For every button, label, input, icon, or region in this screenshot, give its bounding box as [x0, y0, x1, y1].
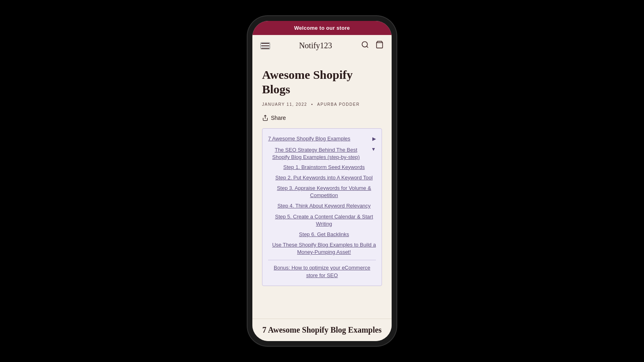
phone-frame: Welcome to our store Notify123: [248, 16, 396, 346]
toc-item-1: 7 Awesome Shopify Blog Examples ▶: [268, 135, 376, 142]
toc-sub-item-7: Use These Shopify Blog Examples to Build…: [272, 241, 376, 256]
toc-sub-item-2: Step 2. Put Keywords into A Keyword Tool: [272, 174, 376, 181]
toc-sub-items: Step 1. Brainstorm Seed Keywords Step 2.…: [268, 164, 376, 256]
blog-meta: JANUARY 11, 2022 • APURBA PODDER: [262, 102, 382, 107]
toc-sub-link-3[interactable]: Step 3. Appraise Keywords for Volume & C…: [272, 185, 376, 199]
share-button[interactable]: Share: [262, 115, 286, 121]
share-label: Share: [271, 115, 286, 121]
phone-screen: Welcome to our store Notify123: [252, 21, 392, 341]
cart-icon: [376, 41, 384, 49]
nav-icons-right: [361, 41, 384, 51]
announcement-text: Welcome to our store: [294, 25, 350, 31]
toc-link-1[interactable]: 7 Awesome Shopify Blog Examples: [268, 135, 350, 142]
site-title: Notify123: [299, 41, 332, 50]
hamburger-line-3: [261, 48, 269, 49]
toc-sub-link-7[interactable]: Use These Shopify Blog Examples to Build…: [272, 241, 376, 256]
toc-sub-item-3: Step 3. Appraise Keywords for Volume & C…: [272, 185, 376, 199]
toc-sub-item-6: Step 6. Get Backlinks: [272, 231, 376, 238]
toc-sub-link-6[interactable]: Step 6. Get Backlinks: [272, 231, 376, 238]
share-icon: [262, 115, 268, 121]
announcement-bar: Welcome to our store: [252, 21, 392, 35]
cart-button[interactable]: [376, 41, 384, 51]
toc-sub-link-2[interactable]: Step 2. Put Keywords into A Keyword Tool: [272, 174, 376, 181]
toc-sub-item-1: Step 1. Brainstorm Seed Keywords: [272, 164, 376, 171]
toc-item-2-header: The SEO Strategy Behind The Best Shopify…: [268, 146, 376, 161]
svg-line-1: [367, 46, 368, 48]
toc-sub-item-4: Step 4. Think About Keyword Relevancy: [272, 202, 376, 210]
toc-sub-link-4[interactable]: Step 4. Think About Keyword Relevancy: [272, 202, 376, 210]
hamburger-line-1: [261, 43, 269, 44]
toc-link-2[interactable]: The SEO Strategy Behind The Best Shopify…: [268, 146, 368, 161]
svg-point-0: [362, 42, 367, 47]
toc-arrow-2: ▼: [371, 146, 376, 152]
blog-author: APURBA PODDER: [317, 102, 360, 107]
toc-divider: [268, 260, 376, 260]
blog-date: JANUARY 11, 2022: [262, 102, 307, 107]
meta-dot: •: [311, 102, 313, 107]
hamburger-line-2: [261, 45, 269, 46]
hamburger-menu[interactable]: [260, 42, 270, 49]
nav-bar: Notify123: [252, 35, 392, 56]
bottom-heading: 7 Awesome Shopify Blog Examples: [260, 325, 384, 335]
search-icon: [361, 41, 369, 49]
search-button[interactable]: [361, 41, 369, 51]
toc-item-2-section: The SEO Strategy Behind The Best Shopify…: [268, 146, 376, 256]
toc-sub-link-1[interactable]: Step 1. Brainstorm Seed Keywords: [272, 164, 376, 171]
toc-link-3[interactable]: Bonus: How to optimize your eCommerce st…: [268, 264, 376, 279]
toc-arrow-1: ▶: [372, 136, 376, 142]
content-area: Awesome Shopify Blogs JANUARY 11, 2022 •…: [252, 56, 392, 319]
table-of-contents: 7 Awesome Shopify Blog Examples ▶ The SE…: [262, 128, 382, 286]
toc-sub-link-5[interactable]: Step 5. Create a Content Calendar & Star…: [272, 213, 376, 228]
toc-sub-item-5: Step 5. Create a Content Calendar & Star…: [272, 213, 376, 228]
blog-title: Awesome Shopify Blogs: [262, 68, 382, 97]
toc-item-3: Bonus: How to optimize your eCommerce st…: [268, 264, 376, 279]
bottom-bar: 7 Awesome Shopify Blog Examples: [252, 319, 392, 341]
